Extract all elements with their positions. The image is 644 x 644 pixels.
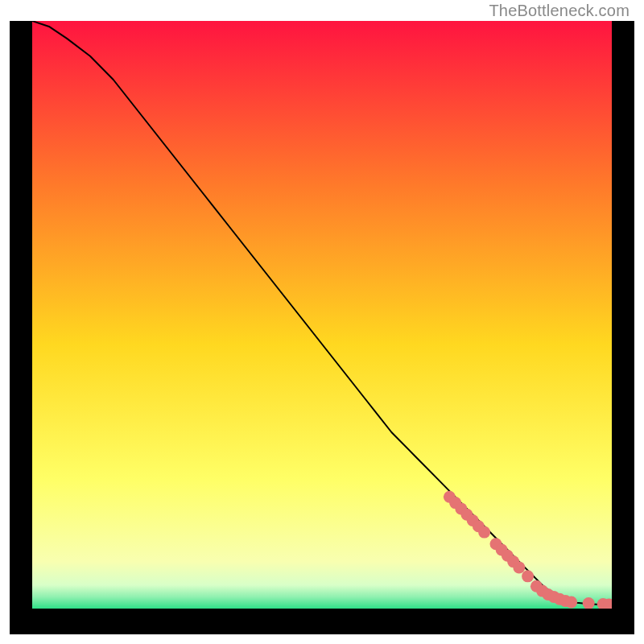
plot-frame <box>10 21 634 634</box>
gradient-background <box>32 21 612 609</box>
watermark-text: TheBottleneck.com <box>489 2 630 20</box>
plot-area <box>32 21 612 609</box>
chart-container: TheBottleneck.com <box>0 0 644 644</box>
data-marker <box>513 561 525 573</box>
data-marker <box>478 526 490 539</box>
data-marker <box>565 596 577 608</box>
chart-svg <box>32 21 612 609</box>
data-marker <box>522 570 534 582</box>
